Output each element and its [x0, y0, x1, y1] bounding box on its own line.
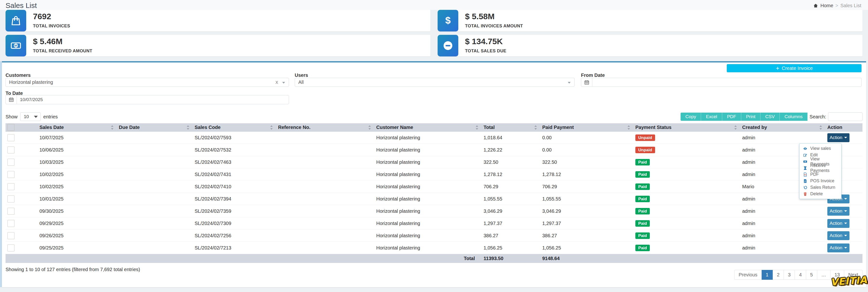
- chevron-down-icon: [34, 116, 38, 118]
- row-checkbox[interactable]: [7, 232, 14, 239]
- action-button[interactable]: Action: [827, 207, 849, 216]
- action-button[interactable]: Action: [827, 133, 849, 142]
- row-checkbox[interactable]: [7, 134, 14, 141]
- column-header[interactable]: Sales Code: [193, 123, 276, 132]
- to-date-group: [5, 95, 289, 104]
- action-menu-item[interactable]: View sales: [800, 145, 841, 152]
- action-menu-item[interactable]: Sales Return: [800, 184, 841, 191]
- table-footer-row: Total 11393.50 9148.64: [5, 254, 863, 263]
- create-invoice-button[interactable]: Create Invoice: [727, 64, 862, 72]
- export-button-group: Copy Excel PDF Print CSV Columns: [681, 113, 808, 121]
- export-button[interactable]: Print: [741, 113, 761, 121]
- row-checkbox[interactable]: [7, 171, 14, 178]
- export-button[interactable]: Excel: [701, 113, 722, 121]
- clear-selection-icon[interactable]: x: [275, 79, 278, 85]
- action-menu-item[interactable]: Receive Payments: [800, 165, 841, 171]
- row-checkbox[interactable]: [7, 245, 14, 251]
- export-button[interactable]: PDF: [722, 113, 741, 121]
- caret-down-icon: [844, 235, 847, 236]
- column-header[interactable]: Due Date: [117, 123, 193, 132]
- entries-per-page-select[interactable]: 10: [20, 112, 41, 121]
- pagination-page[interactable]: 2: [773, 270, 784, 280]
- caret-down-icon: [844, 247, 847, 249]
- sort-icon: [819, 125, 823, 130]
- column-header[interactable]: Customer Name: [374, 123, 482, 132]
- users-select[interactable]: All: [295, 78, 575, 87]
- cell-checkbox: [5, 217, 37, 229]
- row-checkbox[interactable]: [7, 195, 14, 203]
- cell-sales-code: SL/2024/02/7309: [193, 217, 276, 229]
- cell-reference-no: [276, 193, 374, 205]
- cell-payment-status: Unpaid: [633, 144, 740, 156]
- column-header[interactable]: Paid Payment: [540, 123, 633, 132]
- export-button[interactable]: CSV: [761, 113, 780, 121]
- pagination-previous[interactable]: Previous: [734, 270, 762, 280]
- caret-down-icon: [844, 137, 847, 138]
- cell-created-by: admin: [740, 217, 826, 229]
- stat-card: $ 5.58M TOTAL INVOICES AMOUNT: [438, 10, 863, 32]
- row-checkbox[interactable]: [7, 146, 14, 153]
- stat-card-value: $ 5.58M: [465, 12, 495, 21]
- export-button[interactable]: Columns: [780, 113, 808, 121]
- action-button[interactable]: Action: [827, 244, 849, 252]
- cell-customer-name: Horizontal plastering: [374, 242, 482, 254]
- from-date-input[interactable]: [592, 78, 861, 86]
- to-date-input[interactable]: [17, 95, 289, 104]
- select-all-checkbox[interactable]: [7, 124, 14, 131]
- cell-sales-code: SL/2024/02/7410: [193, 181, 276, 193]
- action-menu-item[interactable]: Delete: [800, 191, 841, 197]
- payment-status-badge: Paid: [636, 245, 650, 251]
- column-header[interactable]: Sales Date: [37, 123, 117, 132]
- search-label: Search:: [810, 114, 826, 119]
- cell-total: 1,278.12: [482, 168, 540, 181]
- pagination-page[interactable]: …: [817, 270, 831, 280]
- table-row: 10/07/2025 SL/2024/02/7593 Horizontal pl…: [5, 132, 863, 144]
- column-header[interactable]: Reference No.: [276, 123, 374, 132]
- cell-checkbox: [5, 229, 37, 242]
- cell-checkbox: [5, 193, 37, 205]
- pagination-page[interactable]: 5: [806, 270, 817, 280]
- search-input[interactable]: [828, 112, 863, 121]
- cell-action: Action: [826, 205, 863, 217]
- action-button[interactable]: Action: [827, 219, 849, 228]
- breadcrumb-home-link[interactable]: Home: [820, 3, 833, 8]
- cell-paid-payment: 1,297.37: [540, 217, 633, 229]
- column-header[interactable]: Payment Status: [633, 123, 740, 132]
- cell-created-by: admin: [740, 242, 826, 254]
- cell-sales-date: 10/02/2025: [37, 168, 117, 181]
- sort-icon: [270, 125, 273, 130]
- payment-status-badge: Unpaid: [636, 135, 655, 141]
- row-checkbox[interactable]: [7, 208, 14, 215]
- breadcrumb: Home > Sales List: [813, 3, 861, 8]
- sort-icon: [186, 125, 190, 130]
- calendar-icon: [581, 78, 592, 86]
- left-accent-strip: [0, 61, 2, 287]
- sort-icon: [475, 125, 479, 130]
- cell-sales-date: 09/29/2025: [37, 217, 117, 229]
- table-row: 09/25/2025 SL/2024/02/7213 Horizontal pl…: [5, 242, 863, 254]
- cell-paid-payment: 0.00: [540, 132, 633, 144]
- row-checkbox[interactable]: [7, 159, 14, 166]
- customers-select[interactable]: Horizontal plastering x: [5, 78, 289, 87]
- column-header[interactable]: Action: [826, 123, 863, 132]
- cell-created-by: admin: [740, 132, 826, 144]
- pagination-page[interactable]: 1: [762, 270, 773, 280]
- export-button[interactable]: Copy: [681, 113, 701, 121]
- pagination-page[interactable]: 4: [795, 270, 806, 280]
- row-checkbox[interactable]: [7, 220, 14, 227]
- stat-card-icon: [5, 35, 26, 57]
- cell-checkbox: [5, 156, 37, 168]
- pagination-page[interactable]: 3: [784, 270, 795, 280]
- action-button[interactable]: Action: [827, 231, 849, 240]
- cell-total: 1,018.64: [482, 132, 540, 144]
- cell-sales-code: SL/2024/02/7431: [193, 168, 276, 181]
- row-checkbox[interactable]: [7, 183, 14, 190]
- cell-payment-status: Unpaid: [633, 132, 740, 144]
- action-menu-item[interactable]: POS Invoice: [800, 178, 841, 184]
- stat-card-value: $ 5.46M: [33, 37, 63, 46]
- column-header[interactable]: Total: [482, 123, 540, 132]
- breadcrumb-separator: >: [836, 3, 838, 8]
- menu-item-icon: [803, 153, 807, 157]
- cell-sales-date: 09/25/2025: [37, 242, 117, 254]
- column-header[interactable]: Created by: [740, 123, 826, 132]
